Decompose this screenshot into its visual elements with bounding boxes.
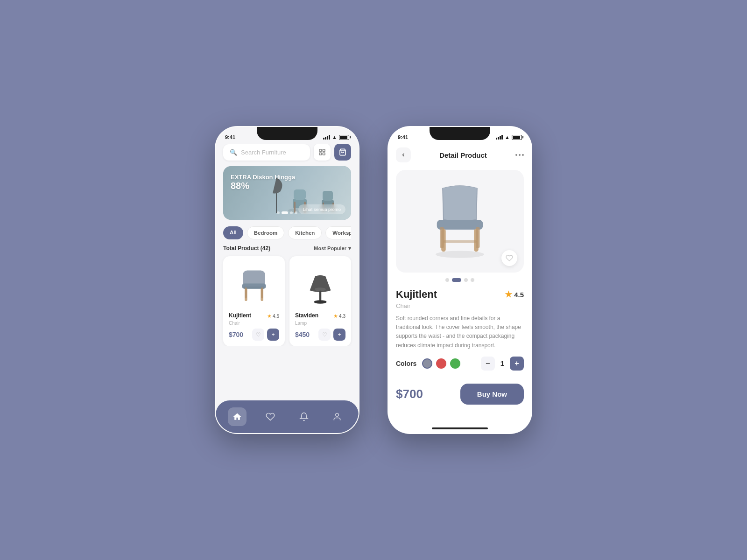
product-image-chair bbox=[229, 262, 279, 308]
buy-now-button[interactable]: Buy Now bbox=[460, 384, 524, 405]
search-input-wrap[interactable]: 🔍 Search Furniture bbox=[223, 144, 310, 161]
svg-rect-25 bbox=[261, 287, 263, 298]
signal-icon bbox=[323, 135, 330, 140]
banner-cta[interactable]: Lihat semua promo bbox=[298, 204, 345, 214]
status-right-1: ▲ bbox=[323, 134, 349, 140]
product-info: Kujitlent ★ 4.5 Chair Soft rounded corne… bbox=[388, 288, 531, 371]
product-type-1: Chair bbox=[229, 321, 279, 326]
svg-rect-1 bbox=[323, 149, 325, 152]
svg-rect-35 bbox=[476, 227, 480, 248]
phone2-screen: 9:41 ▲ bbox=[388, 127, 531, 433]
svg-rect-34 bbox=[440, 227, 444, 248]
category-bedroom[interactable]: Bedroom bbox=[247, 226, 284, 239]
nav-notifications[interactable] bbox=[295, 407, 313, 426]
banner-discount: 88% bbox=[231, 181, 295, 191]
nav-profile[interactable] bbox=[328, 407, 346, 426]
wishlist-detail-button[interactable] bbox=[501, 250, 517, 266]
home-indicator-2 bbox=[432, 427, 488, 429]
color-swatch-gray[interactable] bbox=[422, 358, 432, 369]
svg-rect-2 bbox=[323, 153, 325, 155]
category-tabs: All Bedroom Kitchen Workspace Living bbox=[223, 226, 351, 239]
colors-label: Colors bbox=[396, 360, 416, 367]
product-name-2: Staviden bbox=[295, 312, 318, 319]
category-workspace[interactable]: Workspace bbox=[325, 226, 351, 239]
sort-button[interactable]: Most Populer ▾ bbox=[314, 245, 351, 252]
product-card-chair[interactable]: Kujitlent ★ 4.5 Chair $700 ♡ + bbox=[223, 256, 285, 346]
wifi-icon: ▲ bbox=[332, 134, 337, 140]
carousel-dots bbox=[388, 278, 531, 282]
colors-row: Colors − 1 + bbox=[396, 357, 524, 371]
banner-dots bbox=[277, 211, 297, 214]
more-button[interactable] bbox=[515, 154, 524, 156]
detail-title: Detail Product bbox=[439, 151, 487, 159]
product-card-lamp[interactable]: Staviden ★ 4.3 Lamp $450 ♡ + bbox=[289, 256, 351, 346]
quantity-control: − 1 + bbox=[481, 357, 524, 371]
status-time-1: 9:41 bbox=[225, 134, 235, 140]
svg-point-28 bbox=[314, 300, 327, 304]
wifi-icon-2: ▲ bbox=[505, 134, 510, 140]
search-icon: 🔍 bbox=[230, 149, 237, 156]
wishlist-button-2[interactable]: ♡ bbox=[318, 329, 331, 341]
battery-icon-2 bbox=[512, 135, 522, 140]
phone1-screen: 9:41 ▲ 🔍 bbox=[216, 127, 359, 433]
svg-rect-3 bbox=[319, 153, 322, 155]
banner-text: EXTRA Diskon Hingga 88% bbox=[231, 174, 295, 191]
category-kitchen[interactable]: Kitchen bbox=[288, 226, 322, 239]
product-image-lamp bbox=[295, 262, 345, 308]
detail-price: $700 bbox=[396, 387, 423, 401]
svg-point-37 bbox=[436, 251, 484, 258]
status-right-2: ▲ bbox=[496, 134, 522, 140]
promo-banner[interactable]: EXTRA Diskon Hingga 88% Lihat semua prom… bbox=[223, 166, 351, 220]
phone-home: 9:41 ▲ 🔍 bbox=[215, 126, 359, 434]
product-list-header: Total Product (42) Most Populer ▾ bbox=[223, 245, 351, 252]
search-placeholder: Search Furniture bbox=[241, 149, 286, 156]
phone-detail: 9:41 ▲ bbox=[388, 126, 532, 434]
svg-rect-26 bbox=[244, 286, 265, 288]
phone-notch bbox=[257, 127, 317, 140]
svg-rect-10 bbox=[294, 202, 296, 208]
product-footer-2: $450 ♡ + bbox=[295, 329, 345, 341]
product-carousel bbox=[396, 170, 524, 273]
category-all[interactable]: All bbox=[223, 226, 243, 239]
svg-rect-24 bbox=[245, 287, 247, 298]
svg-rect-36 bbox=[443, 240, 477, 243]
product-rating-1: ★ 4.5 bbox=[267, 313, 279, 319]
detail-product-description: Soft rounded corners and fine details fo… bbox=[396, 314, 524, 350]
add-to-cart-1[interactable]: + bbox=[267, 329, 279, 341]
quantity-decrease[interactable]: − bbox=[481, 357, 495, 371]
search-bar: 🔍 Search Furniture bbox=[223, 144, 351, 161]
banner-title: EXTRA Diskon Hingga bbox=[231, 174, 295, 181]
total-product: Total Product (42) bbox=[223, 245, 270, 252]
home-content: 🔍 Search Furniture bbox=[216, 144, 359, 346]
add-to-cart-2[interactable]: + bbox=[333, 329, 345, 341]
product-type-2: Lamp bbox=[295, 321, 345, 326]
svg-point-29 bbox=[315, 287, 326, 291]
bottom-nav bbox=[216, 400, 359, 433]
color-options bbox=[422, 358, 460, 369]
product-rating-2: ★ 4.3 bbox=[333, 313, 345, 319]
phone-notch-2 bbox=[430, 127, 490, 140]
svg-rect-0 bbox=[319, 149, 322, 152]
detail-product-rating: ★ 4.5 bbox=[505, 289, 524, 300]
product-price-1: $700 bbox=[229, 331, 243, 338]
quantity-increase[interactable]: + bbox=[510, 357, 524, 371]
product-footer-1: $700 ♡ + bbox=[229, 329, 279, 341]
svg-rect-14 bbox=[323, 191, 333, 201]
product-title-row: Kujitlent ★ 4.5 bbox=[396, 288, 524, 301]
svg-rect-27 bbox=[319, 290, 322, 301]
product-price-2: $450 bbox=[295, 331, 310, 338]
nav-home[interactable] bbox=[228, 407, 247, 426]
buy-row: $700 Buy Now bbox=[388, 378, 531, 410]
filter-button[interactable] bbox=[314, 144, 331, 161]
color-swatch-green[interactable] bbox=[450, 358, 460, 369]
back-button[interactable] bbox=[396, 147, 411, 162]
wishlist-button-1[interactable]: ♡ bbox=[252, 329, 264, 341]
status-time-2: 9:41 bbox=[398, 134, 408, 140]
color-swatch-red[interactable] bbox=[436, 358, 446, 369]
detail-product-category: Chair bbox=[396, 302, 524, 309]
signal-icon-2 bbox=[496, 135, 503, 140]
cart-button[interactable] bbox=[334, 144, 351, 161]
product-name-1: Kujitlent bbox=[229, 312, 251, 319]
svg-rect-7 bbox=[294, 189, 306, 200]
nav-favorites[interactable] bbox=[261, 407, 280, 426]
